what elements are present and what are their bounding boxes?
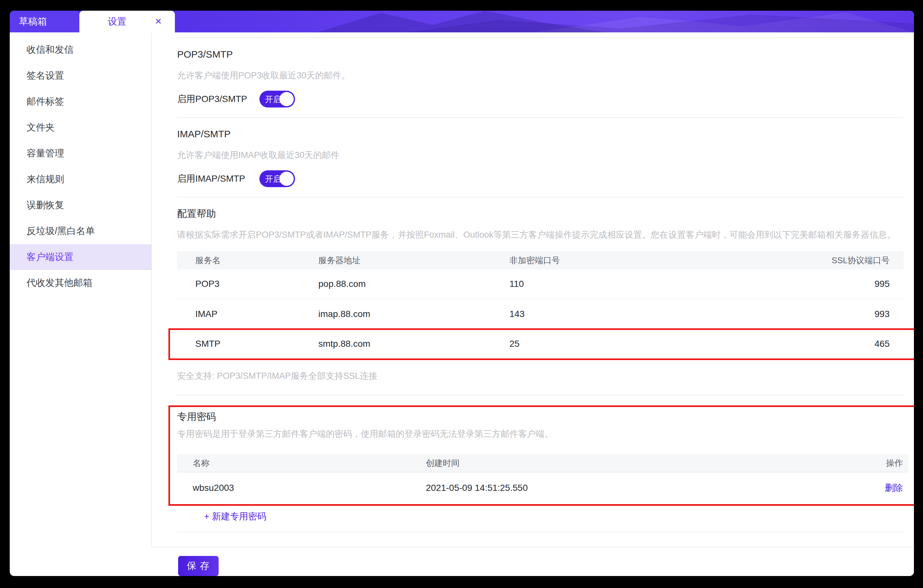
smtp-address: smtp.88.com bbox=[319, 339, 509, 349]
pop3-port: 110 bbox=[509, 279, 831, 289]
divider bbox=[177, 197, 903, 197]
pop3-ssl-port: 995 bbox=[831, 279, 890, 289]
tab-drafts[interactable]: 草稿箱 bbox=[10, 11, 79, 32]
imap-port: 143 bbox=[509, 309, 831, 319]
toggle-knob bbox=[279, 92, 294, 106]
pop3-section-title: POP3/SMTP bbox=[177, 49, 903, 59]
pop3-service: POP3 bbox=[195, 279, 319, 289]
col-created-time: 创建时间 bbox=[426, 458, 851, 469]
server-table-header: 服务名 服务器地址 非加密端口号 SSL协议端口号 bbox=[177, 251, 903, 269]
pop3-toggle-state: 开启 bbox=[259, 94, 281, 105]
smtp-port: 25 bbox=[509, 339, 831, 349]
new-dedicated-password-link[interactable]: + 新建专用密码 bbox=[204, 512, 266, 521]
sidebar-item-capacity[interactable]: 容量管理 bbox=[10, 141, 151, 166]
password-name: wbsu2003 bbox=[193, 483, 426, 493]
imap-toggle-switch[interactable]: 开启 bbox=[259, 170, 295, 187]
imap-address: imap.88.com bbox=[319, 309, 509, 319]
col-service-name: 服务名 bbox=[195, 255, 319, 266]
col-action: 操作 bbox=[851, 458, 903, 469]
col-plain-port: 非加密端口号 bbox=[509, 255, 831, 266]
imap-section-desc: 允许客户端使用IMAP收取最近30天的邮件 bbox=[177, 150, 903, 160]
client-settings-panel: POP3/SMTP 允许客户端使用POP3收取最近30天的邮件。 启用POP3/… bbox=[152, 32, 914, 547]
pop3-toggle-row: 启用POP3/SMTP 开启 bbox=[177, 91, 903, 107]
divider bbox=[177, 38, 903, 38]
pop3-address: pop.88.com bbox=[319, 279, 509, 289]
imap-toggle-state: 开启 bbox=[259, 174, 281, 184]
imap-section-title: IMAP/SMTP bbox=[177, 129, 903, 139]
sidebar-item-client-settings[interactable]: 客户端设置 bbox=[10, 244, 151, 270]
sidebar-item-signature[interactable]: 签名设置 bbox=[10, 63, 151, 89]
imap-toggle-label: 启用IMAP/SMTP bbox=[177, 172, 259, 185]
security-note: 安全支持: POP3/SMTP/IMAP服务全部支持SSL连接 bbox=[177, 371, 903, 381]
sidebar-item-other-mailboxes[interactable]: 代收发其他邮箱 bbox=[10, 270, 151, 296]
divider bbox=[177, 395, 903, 395]
sidebar-item-folders[interactable]: 文件夹 bbox=[10, 115, 151, 141]
divider bbox=[177, 117, 903, 118]
pop3-section-desc: 允许客户端使用POP3收取最近30天的邮件。 bbox=[177, 71, 903, 80]
pop3-toggle-label: 启用POP3/SMTP bbox=[177, 93, 259, 105]
col-server-address: 服务器地址 bbox=[319, 255, 509, 266]
tab-settings[interactable]: 设置 ✕ bbox=[79, 11, 175, 32]
table-row-imap: IMAP imap.88.com 143 993 bbox=[177, 299, 903, 329]
sidebar-item-mail-labels[interactable]: 邮件标签 bbox=[10, 89, 151, 115]
close-icon[interactable]: ✕ bbox=[155, 16, 175, 26]
app-window: 草稿箱 设置 ✕ 收信和发信 签名设置 邮件标签 文件夹 容量管理 来信规则 误… bbox=[10, 11, 914, 576]
col-name: 名称 bbox=[193, 458, 426, 469]
dedicated-password-title: 专用密码 bbox=[177, 412, 908, 422]
top-tab-bar: 草稿箱 设置 ✕ bbox=[10, 11, 914, 32]
config-help-desc: 请根据实际需求开启POP3/SMTP或者IMAP/SMTP服务，并按照Foxma… bbox=[177, 230, 903, 240]
config-help-title: 配置帮助 bbox=[177, 209, 903, 219]
password-table-header: 名称 创建时间 操作 bbox=[177, 454, 908, 472]
sidebar-item-send-receive[interactable]: 收信和发信 bbox=[10, 37, 151, 63]
dedicated-password-desc: 专用密码是用于登录第三方邮件客户端的密码，使用邮箱的登录密码无法登录第三方邮件客… bbox=[177, 429, 908, 439]
imap-service: IMAP bbox=[195, 309, 319, 319]
tab-drafts-label: 草稿箱 bbox=[19, 15, 47, 28]
password-table-row: wbsu2003 2021-05-09 14:51:25.550 删除 bbox=[177, 472, 908, 504]
password-created: 2021-05-09 14:51:25.550 bbox=[426, 483, 851, 493]
divider bbox=[177, 532, 903, 532]
smtp-ssl-port: 465 bbox=[831, 339, 890, 349]
settings-footer: 保 存 bbox=[152, 547, 914, 576]
server-info-table: 服务名 服务器地址 非加密端口号 SSL协议端口号 POP3 pop.88.co… bbox=[177, 251, 903, 359]
table-row-smtp-highlighted: SMTP smtp.88.com 25 465 bbox=[177, 329, 903, 359]
sidebar-item-inbound-rules[interactable]: 来信规则 bbox=[10, 166, 151, 192]
smtp-service: SMTP bbox=[195, 339, 319, 349]
sidebar-item-restore[interactable]: 误删恢复 bbox=[10, 192, 151, 218]
imap-toggle-row: 启用IMAP/SMTP 开启 bbox=[177, 170, 903, 187]
delete-link[interactable]: 删除 bbox=[851, 482, 903, 494]
col-ssl-port: SSL协议端口号 bbox=[831, 255, 890, 266]
imap-ssl-port: 993 bbox=[831, 309, 890, 319]
table-row-smtp: SMTP smtp.88.com 25 465 bbox=[177, 329, 903, 359]
pop3-toggle-switch[interactable]: 开启 bbox=[259, 91, 295, 107]
tab-settings-label: 设置 bbox=[79, 15, 155, 28]
save-button[interactable]: 保 存 bbox=[178, 556, 218, 576]
table-row-pop3: POP3 pop.88.com 110 995 bbox=[177, 269, 903, 299]
settings-sidebar: 收信和发信 签名设置 邮件标签 文件夹 容量管理 来信规则 误删恢复 反垃圾/黑… bbox=[10, 32, 152, 547]
toggle-knob bbox=[279, 172, 294, 186]
dedicated-password-section-highlighted: 专用密码 专用密码是用于登录第三方邮件客户端的密码，使用邮箱的登录密码无法登录第… bbox=[168, 406, 914, 506]
dedicated-password-table: 名称 创建时间 操作 wbsu2003 2021-05-09 14:51:25.… bbox=[177, 454, 908, 504]
sidebar-item-antispam[interactable]: 反垃圾/黑白名单 bbox=[10, 218, 151, 244]
